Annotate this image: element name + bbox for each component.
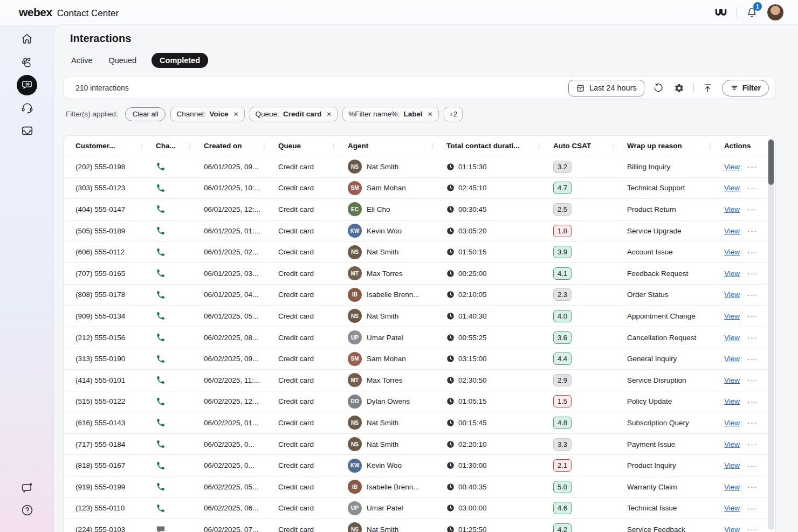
- table-scrollbar-track[interactable]: [768, 138, 774, 530]
- view-link[interactable]: View: [724, 483, 740, 491]
- view-link[interactable]: View: [724, 461, 740, 469]
- wrap-up-reason: Subscription Query: [627, 419, 724, 427]
- sidebar-item-inbox[interactable]: [16, 120, 38, 141]
- refresh-history-button[interactable]: [651, 81, 665, 95]
- row-more-button[interactable]: ···: [747, 420, 758, 425]
- column-menu-icon[interactable]: ⋮: [139, 142, 145, 150]
- row-more-button[interactable]: ···: [747, 527, 758, 531]
- filter-chip[interactable]: %Filter name%: Label✕: [342, 107, 439, 121]
- voice-channel-icon: [156, 439, 166, 449]
- sidebar-item-home[interactable]: [16, 28, 38, 50]
- column-menu-icon[interactable]: ⋮: [429, 142, 436, 150]
- row-more-button[interactable]: ···: [747, 378, 758, 382]
- column-header[interactable]: Total contact durati...⋮: [446, 142, 553, 150]
- row-more-button[interactable]: ···: [747, 164, 758, 169]
- row-more-button[interactable]: ···: [747, 442, 758, 446]
- table-header-row: Customer...⋮Cha...⋮Created on⋮Queue⋮Agen…: [64, 136, 767, 156]
- column-header[interactable]: Wrap up reason⋮: [627, 142, 724, 150]
- row-more-button[interactable]: ···: [747, 335, 758, 340]
- table-scrollbar-thumb[interactable]: [768, 140, 774, 185]
- settings-button[interactable]: [672, 81, 686, 95]
- column-menu-icon[interactable]: ⋮: [331, 142, 337, 150]
- duration-value: 01:05:15: [458, 397, 487, 405]
- row-more-button[interactable]: ···: [747, 293, 758, 297]
- row-more-button[interactable]: ···: [747, 250, 758, 254]
- view-link[interactable]: View: [724, 334, 740, 342]
- chip-close-icon[interactable]: ✕: [426, 110, 433, 118]
- chip-close-icon[interactable]: ✕: [325, 110, 332, 118]
- row-more-button[interactable]: ···: [747, 357, 758, 361]
- created-on: 06/01/2025, 05...: [204, 312, 278, 320]
- row-more-button[interactable]: ···: [747, 314, 758, 318]
- notifications-bell-icon[interactable]: 1: [745, 6, 758, 19]
- tab-active[interactable]: Active: [70, 53, 94, 67]
- filter-chip[interactable]: Queue: Credit card✕: [250, 107, 338, 121]
- date-range-button[interactable]: Last 24 hours: [568, 80, 644, 96]
- column-menu-icon[interactable]: ⋮: [187, 142, 193, 150]
- chip-close-icon[interactable]: ✕: [232, 110, 239, 118]
- customer-phone: (515) 555-0122: [75, 397, 156, 405]
- row-more-button[interactable]: ···: [747, 506, 758, 510]
- clock-icon: [446, 270, 455, 278]
- view-link[interactable]: View: [724, 184, 740, 192]
- column-header[interactable]: Customer...⋮: [75, 142, 156, 150]
- view-link[interactable]: View: [724, 504, 740, 512]
- duration-value: 00:30:45: [458, 205, 487, 213]
- row-more-button[interactable]: ···: [747, 399, 758, 404]
- csat-badge: 4.4: [553, 353, 572, 365]
- row-more-button[interactable]: ···: [747, 229, 758, 233]
- view-link[interactable]: View: [724, 205, 740, 213]
- queue-name: Credit card: [278, 526, 348, 532]
- filter-chip[interactable]: Channel: Voice✕: [170, 107, 244, 121]
- voice-channel-icon: [156, 311, 166, 321]
- sidebar-item-help[interactable]: [16, 499, 38, 521]
- export-button[interactable]: [701, 81, 715, 95]
- tab-queued[interactable]: Queued: [108, 53, 138, 67]
- sidebar-item-teams[interactable]: [16, 52, 38, 73]
- clear-all-filters-button[interactable]: Clear all: [125, 107, 166, 121]
- column-menu-icon[interactable]: ⋮: [610, 142, 616, 150]
- view-link[interactable]: View: [724, 291, 740, 299]
- column-menu-icon[interactable]: ⋮: [707, 142, 713, 150]
- webex-logo-icon[interactable]: [714, 6, 727, 19]
- clock-icon: [446, 205, 455, 213]
- tab-completed[interactable]: Completed: [152, 53, 208, 68]
- row-more-button[interactable]: ···: [747, 186, 758, 190]
- column-header[interactable]: Auto CSAT⋮: [553, 142, 627, 150]
- sidebar-item-interactions[interactable]: [17, 75, 37, 95]
- row-more-button[interactable]: ···: [747, 207, 758, 211]
- filter-button[interactable]: Filter: [722, 80, 769, 96]
- view-link[interactable]: View: [724, 163, 740, 171]
- view-link[interactable]: View: [724, 227, 740, 235]
- column-header[interactable]: Created on⋮: [204, 142, 278, 150]
- row-more-button[interactable]: ···: [747, 271, 758, 275]
- column-menu-icon[interactable]: ⋮: [536, 142, 542, 150]
- view-link[interactable]: View: [724, 312, 740, 320]
- sidebar-item-feedback[interactable]: [16, 477, 38, 499]
- view-link[interactable]: View: [724, 526, 740, 532]
- user-avatar[interactable]: [767, 4, 784, 21]
- row-more-button[interactable]: ···: [747, 485, 758, 489]
- customer-phone: (717) 555-0184: [75, 440, 156, 448]
- column-menu-icon[interactable]: ⋮: [261, 142, 267, 150]
- view-link[interactable]: View: [724, 248, 740, 256]
- view-link[interactable]: View: [724, 419, 740, 427]
- column-header[interactable]: Cha...⋮: [156, 142, 204, 150]
- table-row: (123) 555-0110 06/02/2025, 06... Credit …: [64, 498, 767, 520]
- more-filters-chip[interactable]: +2: [444, 107, 463, 121]
- agent-avatar: NS: [348, 245, 362, 259]
- column-header[interactable]: Queue⋮: [278, 142, 348, 150]
- csat-badge: 3.2: [553, 161, 572, 173]
- column-header[interactable]: Agent⋮: [348, 142, 446, 150]
- row-more-button[interactable]: ···: [747, 464, 758, 468]
- duration-value: 00:15:45: [458, 419, 487, 427]
- view-link[interactable]: View: [724, 270, 740, 278]
- brand-name: webex: [19, 6, 52, 19]
- view-link[interactable]: View: [724, 397, 740, 405]
- agent-name: Sam Mohan: [367, 184, 406, 192]
- view-link[interactable]: View: [724, 440, 740, 448]
- column-header[interactable]: Actions: [724, 142, 767, 150]
- view-link[interactable]: View: [724, 376, 740, 384]
- sidebar-item-agent[interactable]: [16, 97, 38, 119]
- view-link[interactable]: View: [724, 355, 740, 363]
